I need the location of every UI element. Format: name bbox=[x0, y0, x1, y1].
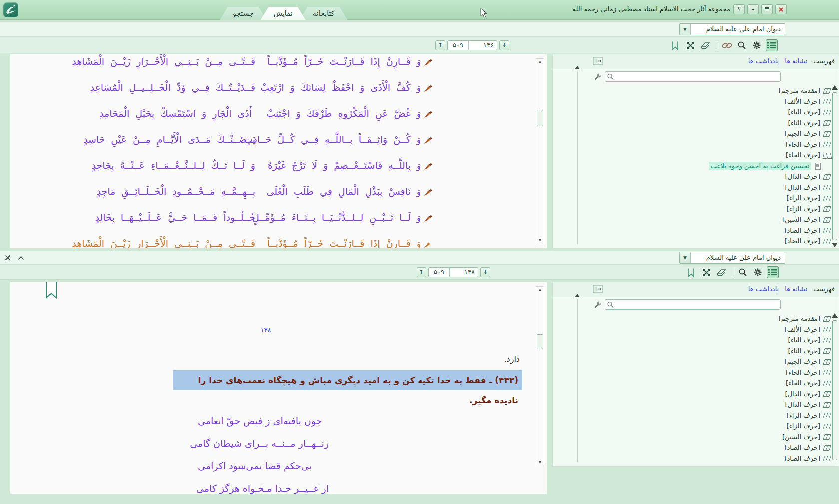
tree-item[interactable]: [حرف الخاء] bbox=[581, 378, 834, 389]
tree-item-label: [حرف الراء] bbox=[787, 412, 820, 419]
scrollbar-thumb[interactable] bbox=[537, 334, 543, 349]
sidebar-scrollbar[interactable] bbox=[831, 313, 838, 465]
page-number-box[interactable]: ۵۰۹ ۱۳۶ bbox=[447, 40, 497, 50]
expand-view-button[interactable] bbox=[700, 266, 712, 278]
tab-library[interactable]: کتابخانه bbox=[300, 7, 348, 20]
help-button[interactable]: ؟ bbox=[733, 4, 745, 14]
tree-item[interactable]: [حرف التاء] bbox=[581, 118, 834, 129]
tab-view[interactable]: نمایش bbox=[261, 7, 306, 20]
tree-item[interactable]: [حرف الألف] bbox=[581, 96, 834, 107]
search-text-button[interactable] bbox=[737, 266, 749, 278]
tree-item[interactable]: [حرف الجيم] bbox=[581, 356, 834, 367]
splitter-arrow[interactable] bbox=[575, 294, 580, 297]
tree-item[interactable]: [حرف الراء] bbox=[581, 410, 834, 421]
sidebar-tab-index[interactable]: فهرست bbox=[813, 57, 835, 65]
tree-item[interactable]: [حرف الزاء] bbox=[581, 204, 834, 215]
tree-item[interactable]: تحسین فراغت به احسن وجوه بلاغت bbox=[581, 161, 834, 172]
sidebar-tab-notes[interactable]: یادداشت ها bbox=[748, 57, 779, 65]
tree-item[interactable]: [حرف الباء] bbox=[581, 335, 834, 346]
tree-item[interactable]: [حرف الطاء] bbox=[581, 464, 834, 467]
scroll-down-icon[interactable]: ▼ bbox=[536, 237, 544, 244]
scroll-up-icon[interactable] bbox=[832, 85, 838, 90]
page-scrollbar[interactable]: ▲ ▼ bbox=[536, 58, 544, 244]
close-window-button[interactable]: × bbox=[775, 4, 787, 14]
bookmark-button[interactable] bbox=[685, 266, 697, 278]
tree-item[interactable]: [حرف الضاد] bbox=[581, 453, 834, 464]
page-down-button[interactable]: ↓ bbox=[480, 267, 490, 277]
current-page-input[interactable]: ۱۳۶ bbox=[469, 41, 497, 50]
bottom-book-selector[interactable]: ▼ دیوان امام علی علیه السلام bbox=[679, 252, 785, 264]
tree-item[interactable]: [حرف الجيم] bbox=[581, 128, 834, 139]
tree-item[interactable]: [حرف الدال] bbox=[581, 389, 834, 400]
tree-item-label: [حرف الذال] bbox=[785, 184, 820, 191]
bookmark-button[interactable] bbox=[669, 39, 681, 51]
current-page-input[interactable]: ۱۳۸ bbox=[450, 268, 478, 277]
sidebar-search-input[interactable] bbox=[615, 72, 779, 81]
tree-item[interactable]: [حرف التاء] bbox=[581, 346, 834, 357]
dropdown-arrow-icon[interactable]: ▼ bbox=[680, 24, 691, 35]
tab-search[interactable]: جستجو bbox=[220, 7, 267, 20]
panel-splitter[interactable] bbox=[577, 299, 578, 462]
popout-panel-button[interactable] bbox=[593, 285, 603, 295]
scrollbar-thumb[interactable] bbox=[537, 110, 543, 126]
sidebar-search-input[interactable] bbox=[615, 300, 779, 309]
tree-item[interactable]: [حرف الضاد] bbox=[581, 236, 834, 247]
bookmark-ribbon[interactable] bbox=[45, 282, 57, 301]
tree-item[interactable]: [حرف الذال] bbox=[581, 399, 834, 410]
tree-item[interactable]: [حرف الذال] bbox=[581, 182, 834, 193]
scroll-up-icon[interactable]: ▲ bbox=[536, 59, 544, 65]
page-up-button[interactable]: ↑ bbox=[435, 40, 445, 50]
tree-item[interactable]: [مقدمه مترجم] bbox=[581, 85, 834, 96]
tree-item[interactable]: [حرف الزاء] bbox=[581, 421, 834, 432]
tree-item[interactable]: [حرف الحاء] bbox=[581, 139, 834, 150]
scroll-down-icon[interactable]: ▼ bbox=[536, 459, 544, 466]
settings-button[interactable] bbox=[751, 39, 763, 51]
sidebar-tab-index[interactable]: فهرست bbox=[813, 285, 835, 293]
scroll-up-icon[interactable]: ▲ bbox=[536, 287, 544, 293]
tree-item[interactable]: [حرف السين] bbox=[581, 432, 834, 443]
sidebar-tab-bookmarks[interactable]: نشانه ها bbox=[785, 285, 807, 293]
page-up-button[interactable]: ↑ bbox=[417, 267, 426, 277]
scrollbar-thumb[interactable] bbox=[832, 320, 837, 460]
sidebar-tab-bookmarks[interactable]: نشانه ها bbox=[785, 57, 807, 65]
search-options-button[interactable] bbox=[594, 300, 602, 311]
eraser-button[interactable] bbox=[699, 39, 711, 51]
tree-item[interactable]: [حرف الدال] bbox=[581, 171, 834, 182]
search-text-button[interactable] bbox=[736, 39, 748, 51]
popout-panel-button[interactable] bbox=[593, 57, 603, 67]
scrollbar-thumb[interactable] bbox=[832, 92, 837, 240]
tree-item[interactable]: [حرف الخاء] bbox=[581, 150, 834, 161]
expand-view-button[interactable] bbox=[684, 39, 696, 51]
tree-item[interactable]: [حرف الصاد] bbox=[581, 225, 834, 236]
search-options-button[interactable] bbox=[594, 72, 602, 83]
minimize-button[interactable]: – bbox=[747, 4, 759, 14]
settings-button[interactable] bbox=[752, 266, 764, 278]
scroll-up-icon[interactable] bbox=[832, 313, 838, 318]
eraser-button[interactable] bbox=[715, 266, 727, 278]
close-panel-button[interactable] bbox=[3, 253, 13, 262]
link-button[interactable] bbox=[721, 39, 733, 51]
tree-item[interactable]: [مقدمه مترجم] bbox=[581, 313, 834, 324]
page-number-box[interactable]: ۵۰۹ ۱۳۸ bbox=[428, 267, 478, 277]
panel-splitter[interactable] bbox=[577, 71, 578, 244]
tree-item[interactable]: [حرف السين] bbox=[581, 214, 834, 225]
maximize-button[interactable] bbox=[761, 4, 773, 14]
tree-item[interactable]: [حرف الألف] bbox=[581, 324, 834, 335]
collapse-panel-button[interactable] bbox=[16, 253, 26, 262]
hemistich-right: وَ نَافِسْ بِبَذْلِ الْمَالِ فِي طَلَبِ … bbox=[266, 186, 421, 197]
tree-item[interactable]: [حرف الباء] bbox=[581, 107, 834, 118]
page-down-button[interactable]: ↓ bbox=[499, 40, 509, 50]
sidebar-scrollbar[interactable] bbox=[831, 85, 838, 247]
splitter-arrow[interactable] bbox=[575, 66, 580, 69]
top-book-selector[interactable]: ▼ دیوان امام علی علیه السلام bbox=[679, 23, 785, 35]
eraser-icon bbox=[700, 41, 711, 50]
page-scrollbar[interactable]: ▲ ▼ bbox=[536, 286, 544, 466]
list-view-button[interactable] bbox=[767, 266, 779, 278]
tree-item[interactable]: [حرف الحاء] bbox=[581, 367, 834, 378]
tree-item[interactable]: [حرف الراء] bbox=[581, 193, 834, 204]
tree-item[interactable]: [حرف الصاد] bbox=[581, 442, 834, 453]
list-view-button[interactable] bbox=[766, 39, 778, 51]
sidebar-tab-notes[interactable]: یادداشت ها bbox=[748, 285, 779, 293]
scroll-down-icon[interactable] bbox=[832, 243, 838, 247]
dropdown-arrow-icon[interactable]: ▼ bbox=[680, 252, 691, 263]
